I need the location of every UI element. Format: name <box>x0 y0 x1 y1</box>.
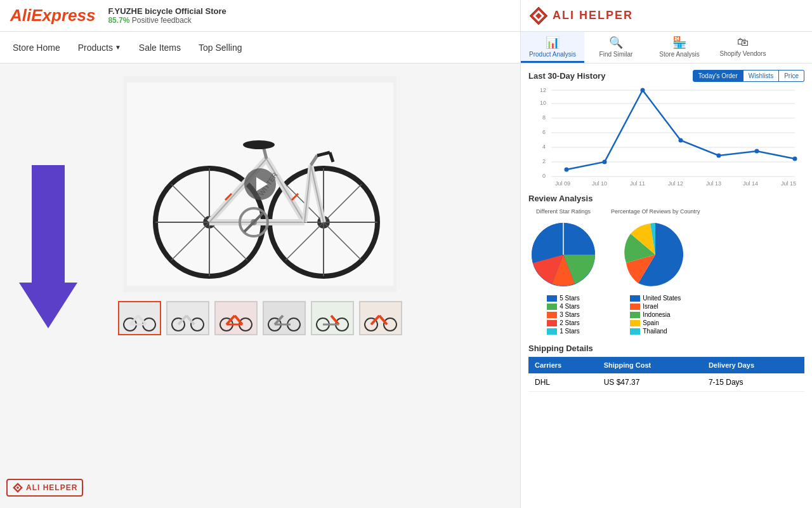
tab-find-similar-label: Find Similar <box>599 51 633 58</box>
shipping-section: Shipping Details Carriers Shipping Cost … <box>528 344 804 392</box>
svg-line-62 <box>275 316 283 324</box>
alihelper-logo-text: ALI HELPER <box>553 9 633 22</box>
aliexpress-logo: AliExpress <box>10 6 95 25</box>
alihelper-logo-icon <box>528 6 549 26</box>
nav-item-top-selling[interactable]: Top Selling <box>199 43 242 53</box>
tab-shopify-vendors[interactable]: 🛍 Shopify Vendors <box>711 32 775 63</box>
nav-bar: Store Home Products ▼ Sale Items Top Sel… <box>0 32 520 63</box>
nav-item-store-home[interactable]: Store Home <box>13 43 60 53</box>
svg-text:Jul 10: Jul 10 <box>592 180 607 187</box>
thumbnail-4[interactable] <box>263 301 306 335</box>
btn-price[interactable]: Price <box>779 70 804 82</box>
product-analysis-icon: 📊 <box>546 36 560 50</box>
svg-point-35 <box>243 140 275 149</box>
product-area: TWITTER <box>0 64 520 508</box>
svg-line-57 <box>226 316 235 324</box>
thumbnail-6[interactable] <box>359 301 402 335</box>
svg-point-91 <box>641 88 645 93</box>
legend-thailand: Thailand <box>630 328 681 335</box>
ah-small-logo: ALI HELPER <box>6 479 83 497</box>
alihelper-logo: ALI HELPER <box>528 6 633 26</box>
legend-spain: Spain <box>630 319 681 326</box>
shipping-title: Shipping Details <box>528 344 804 353</box>
play-icon <box>256 177 268 191</box>
country-legend: United States Israel Indonesia Spai <box>630 295 681 335</box>
svg-point-89 <box>565 168 569 172</box>
ah-small-logo-text: ALI HELPER <box>26 483 77 492</box>
carrier-name: DHL <box>528 373 598 392</box>
btn-wishlists[interactable]: Wishlists <box>743 70 779 82</box>
store-feedback: 85.7% Positive feedback <box>108 16 226 25</box>
legend-5stars: 5 Stars <box>547 295 580 302</box>
right-panel: Last 30-Day History Today's Order Wishli… <box>520 64 812 508</box>
legend-1star: 1 Stars <box>547 328 580 335</box>
shipping-table: Carriers Shipping Cost Delivery Days DHL… <box>528 357 804 392</box>
legend-3stars: 3 Stars <box>547 311 580 318</box>
svg-text:Jul 11: Jul 11 <box>630 180 645 187</box>
store-name: F.YUZHE bicycle Official Store <box>108 6 226 16</box>
shipping-cost: US $47.37 <box>598 373 702 392</box>
star-chart-title: Different Star Ratings <box>536 208 591 215</box>
legend-israel: Israel <box>630 303 681 310</box>
history-buttons: Today's Order Wishlists Price <box>693 70 804 82</box>
feedback-pct: 85.7% <box>108 16 129 25</box>
thumbnail-3[interactable] <box>214 301 258 335</box>
col-shipping-cost: Shipping Cost <box>598 357 702 373</box>
review-title: Review Analysis <box>528 194 804 203</box>
svg-point-95 <box>793 157 797 161</box>
tab-product-analysis[interactable]: 📊 Product Analysis <box>521 32 584 63</box>
legend-us: United States <box>630 295 681 302</box>
svg-text:Jul 13: Jul 13 <box>706 180 721 187</box>
thumbnails <box>118 301 402 335</box>
tab-find-similar[interactable]: 🔍 Find Similar <box>584 32 648 63</box>
shopify-vendors-icon: 🛍 <box>737 36 749 49</box>
nav-item-products[interactable]: Products ▼ <box>78 43 121 53</box>
history-section: Last 30-Day History Today's Order Wishli… <box>528 70 804 187</box>
ah-small-logo-icon <box>12 482 23 493</box>
thumbnail-2[interactable] <box>166 301 209 335</box>
review-section: Review Analysis Different Star Ratings <box>528 194 804 335</box>
tab-store-analysis[interactable]: 🏪 Store Analysis <box>648 32 711 63</box>
btn-todays-order[interactable]: Today's Order <box>693 70 743 82</box>
play-button[interactable] <box>244 168 276 200</box>
tab-shopify-vendors-label: Shopify Vendors <box>720 50 766 57</box>
svg-text:Jul 14: Jul 14 <box>743 180 758 187</box>
col-carriers: Carriers <box>528 357 598 373</box>
thumbnail-1[interactable] <box>118 301 161 335</box>
feedback-label: Positive feedback <box>132 16 192 25</box>
history-chart: 0 2 4 6 8 10 12 <box>528 86 804 187</box>
svg-text:0: 0 <box>542 173 546 179</box>
history-title: Last 30-Day History <box>528 71 605 81</box>
country-ratings-chart: Percentage Of Reviews by Country <box>611 208 700 335</box>
nav-item-sale-items[interactable]: Sale Items <box>139 43 181 53</box>
thumbnail-5[interactable] <box>311 301 354 335</box>
big-arrow <box>19 165 77 328</box>
svg-point-94 <box>755 149 759 154</box>
ah-tabs: 📊 Product Analysis 🔍 Find Similar 🏪 Stor… <box>520 32 812 63</box>
star-pie-chart <box>528 220 598 290</box>
store-analysis-icon: 🏪 <box>672 36 686 50</box>
star-legend: 5 Stars 4 Stars 3 Stars 2 Stars <box>547 295 580 335</box>
main-product-image: TWITTER <box>124 76 396 292</box>
svg-text:2: 2 <box>542 158 546 164</box>
svg-line-53 <box>178 316 187 324</box>
svg-text:Jul 09: Jul 09 <box>555 180 570 187</box>
legend-indonesia: Indonesia <box>630 311 681 318</box>
products-arrow-icon: ▼ <box>115 44 121 51</box>
tab-product-analysis-label: Product Analysis <box>529 51 576 58</box>
tab-store-analysis-label: Store Analysis <box>659 51 699 58</box>
shipping-row-dhl: DHL US $47.37 7-15 Days <box>528 373 804 392</box>
svg-line-48 <box>130 316 138 324</box>
svg-line-70 <box>371 316 379 324</box>
delivery-days: 7-15 Days <box>702 373 804 392</box>
svg-point-92 <box>679 138 683 143</box>
legend-2stars: 2 Stars <box>547 319 580 326</box>
svg-text:12: 12 <box>540 87 546 93</box>
country-chart-title: Percentage Of Reviews by Country <box>611 208 700 215</box>
col-delivery-days: Delivery Days <box>702 357 804 373</box>
star-ratings-chart: Different Star Ratings <box>528 208 598 335</box>
svg-text:Jul 15: Jul 15 <box>781 180 796 187</box>
legend-4stars: 4 Stars <box>547 303 580 310</box>
find-similar-icon: 🔍 <box>609 36 623 50</box>
svg-text:Jul 12: Jul 12 <box>668 180 683 187</box>
